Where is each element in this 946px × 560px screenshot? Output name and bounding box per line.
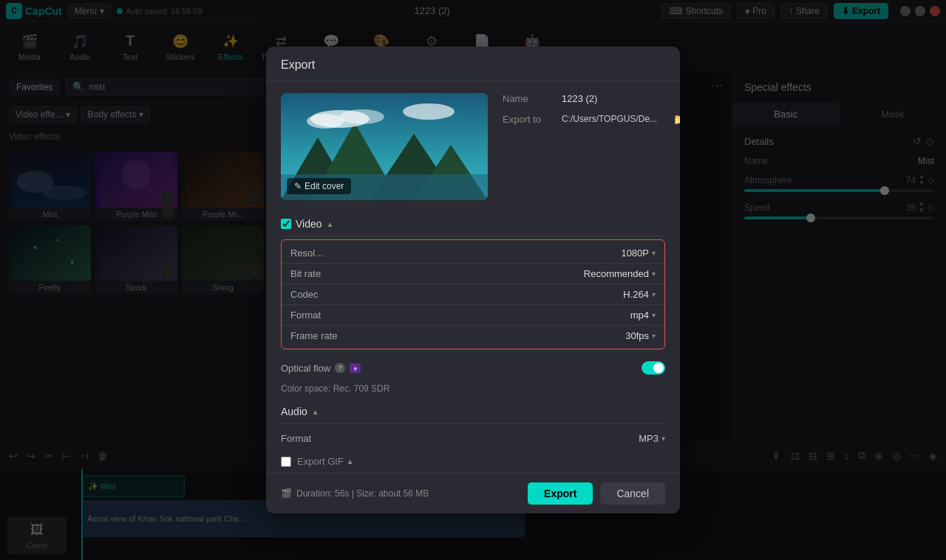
modal-info: 🎬 Duration: 56s | Size: about 56 MB: [281, 488, 429, 499]
gif-arrow: ▲: [347, 457, 354, 465]
video-options-grid: Resol... 1080P ▾ Bit rate Recommended ▾ …: [281, 239, 665, 349]
audio-section-arrow: ▲: [312, 408, 319, 416]
format-label: Format: [290, 310, 357, 321]
bitrate-value: Recommended: [584, 268, 649, 279]
framerate-value: 30fps: [625, 330, 649, 341]
bitrate-chevron: ▾: [652, 270, 656, 278]
optical-flow-label: Optical flow ? ♦: [281, 363, 636, 374]
bitrate-row: Bit rate Recommended ▾: [282, 264, 664, 284]
format-row: Format mp4 ▾: [282, 305, 664, 326]
video-section-label: Video: [296, 218, 322, 230]
bitrate-label: Bit rate: [290, 268, 357, 279]
optical-toggle[interactable]: [642, 361, 665, 375]
audio-format-chevron: ▾: [661, 434, 665, 443]
modal-actions: Export Cancel: [528, 482, 665, 505]
export-to-row: Export to C:/Users/TOPGUS/De... 📁: [503, 113, 680, 125]
gif-section: Export GIF ▲: [266, 450, 680, 473]
export-modal: Export: [266, 47, 680, 513]
svg-point-20: [403, 103, 455, 120]
framerate-chevron: ▾: [652, 332, 656, 340]
name-input[interactable]: [562, 93, 680, 104]
modal-footer: 🎬 Duration: 56s | Size: about 56 MB Expo…: [266, 473, 680, 513]
video-section-toggle[interactable]: Video ▲: [281, 212, 665, 236]
browse-folder-button[interactable]: 📁: [673, 113, 680, 125]
modal-preview: ✎ Edit cover: [281, 93, 488, 200]
framerate-label: Frame rate: [290, 330, 357, 341]
duration-size: Duration: 56s | Size: about 56 MB: [296, 488, 429, 499]
gif-label: Export GIF ▲: [297, 456, 354, 467]
modal-form: Name Export to C:/Users/TOPGUS/De... 📁: [503, 93, 680, 200]
color-space-row: Color space: Rec. 709 SDR: [266, 380, 680, 400]
color-space-label: Color space: Rec. 709 SDR: [281, 383, 389, 394]
format-select[interactable]: mp4 ▾: [357, 310, 656, 321]
framerate-row: Frame rate 30fps ▾: [282, 326, 664, 346]
gif-row: Export GIF ▲: [281, 456, 665, 467]
modal-overlay: Export: [0, 0, 946, 560]
bitrate-select[interactable]: Recommended ▾: [357, 268, 656, 279]
audio-format-value: MP3: [639, 433, 659, 444]
preview-image: ✎ Edit cover: [281, 93, 488, 200]
svg-point-19: [340, 109, 384, 124]
video-section: Video ▲ Resol... 1080P ▾ Bit rate Recomm…: [266, 212, 680, 355]
format-value: mp4: [630, 310, 649, 321]
format-chevron: ▾: [652, 311, 656, 319]
modal-title: Export: [281, 58, 315, 71]
video-section-arrow: ▲: [327, 220, 334, 228]
codec-select[interactable]: H.264 ▾: [357, 289, 656, 300]
modal-body: ✎ Edit cover Name Export to C:/Users/TOP…: [266, 81, 680, 212]
audio-format-row: Format MP3 ▾: [281, 427, 665, 450]
cancel-button[interactable]: Cancel: [600, 482, 665, 505]
resolution-chevron: ▾: [652, 249, 656, 257]
gif-checkbox[interactable]: [281, 457, 291, 467]
resolution-select[interactable]: 1080P ▾: [357, 247, 656, 259]
audio-section: Audio ▲ Format MP3 ▾: [266, 400, 680, 450]
resolution-label: Resol...: [290, 247, 357, 259]
audio-section-toggle[interactable]: Audio ▲: [281, 400, 665, 424]
toggle-knob: [653, 363, 664, 373]
codec-row: Codec H.264 ▾: [282, 284, 664, 305]
codec-label: Codec: [290, 289, 357, 300]
framerate-select[interactable]: 30fps ▾: [357, 330, 656, 341]
video-checkbox[interactable]: [281, 219, 291, 229]
export-path: C:/Users/TOPGUS/De...: [562, 114, 667, 124]
codec-chevron: ▾: [652, 290, 656, 298]
svg-point-18: [307, 114, 344, 129]
export-confirm-button[interactable]: Export: [528, 482, 593, 505]
resolution-row: Resol... 1080P ▾: [282, 243, 664, 264]
codec-value: H.264: [623, 289, 649, 300]
edit-cover-button[interactable]: ✎ Edit cover: [287, 178, 351, 194]
modal-header: Export: [266, 47, 680, 81]
name-form-row: Name: [503, 93, 680, 104]
info-icon: ?: [335, 363, 345, 373]
audio-format-label: Format: [281, 433, 340, 444]
video-icon: 🎬: [281, 488, 292, 499]
audio-format-select[interactable]: MP3 ▾: [340, 433, 665, 444]
name-form-label: Name: [503, 93, 556, 104]
optical-row: Optical flow ? ♦: [266, 355, 680, 380]
pro-badge: ♦: [350, 363, 361, 373]
audio-section-label: Audio: [281, 406, 307, 417]
export-to-label: Export to: [503, 114, 556, 125]
resolution-value: 1080P: [621, 247, 649, 259]
